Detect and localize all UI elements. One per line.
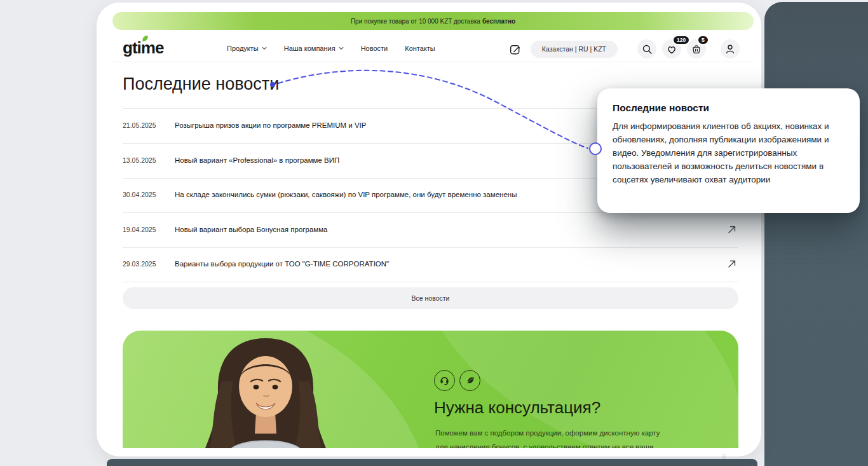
heart-icon [666, 44, 677, 55]
search-button[interactable] [637, 39, 656, 58]
account-button[interactable] [721, 39, 740, 58]
nav-company-label: Наша компания [284, 45, 336, 52]
open-news-icon[interactable] [727, 259, 737, 269]
annotation-title: Последние новости [613, 102, 843, 114]
all-news-button[interactable]: Все новости [123, 287, 738, 309]
consultation-banner: Нужна консультация? Поможем вам с подбор… [123, 331, 738, 448]
news-text: Новый вариант выбора Бонусная программа [175, 226, 727, 233]
drag-handle-icon[interactable]: ⠿ [722, 454, 727, 460]
news-text: Варианты выбора продукции от ТОО "G-TIME… [175, 260, 727, 268]
nav-contacts[interactable]: Контакты [405, 45, 435, 52]
consultation-text: Поможем вам с подбором продукции, оформи… [435, 426, 664, 448]
headset-icon [439, 375, 450, 386]
nav-contacts-label: Контакты [405, 45, 435, 52]
consultant-photo [167, 337, 364, 448]
news-date: 13.05.2025 [123, 156, 175, 164]
cart-count-badge: 5 [697, 35, 709, 45]
consultation-icons [434, 370, 480, 391]
news-date: 29.03.2025 [123, 260, 175, 268]
promo-text-bold: бесплатно [482, 18, 515, 25]
nav-news[interactable]: Новости [361, 45, 388, 52]
main-nav: Продукты Наша компания Новости Контакты [227, 45, 435, 52]
site-page: При покупке товара от 10 000 KZT доставк… [97, 3, 761, 456]
page-title: Последние новости [123, 74, 279, 94]
news-date: 30.04.2025 [123, 191, 175, 198]
edit-button[interactable] [506, 39, 525, 58]
basket-icon [691, 43, 702, 55]
wishlist-button[interactable]: 120 [662, 39, 681, 58]
open-news-icon[interactable] [727, 224, 737, 235]
promo-bar: При покупке товара от 10 000 KZT доставк… [112, 12, 754, 30]
eco-icon-circle [459, 370, 480, 391]
news-date: 19.04.2025 [123, 226, 175, 233]
chevron-down-icon [339, 46, 344, 50]
annotation-body: Для информирования клиентов об акциях, н… [613, 120, 843, 186]
backdrop-dark-strip [107, 459, 757, 466]
header-actions: Казахстан | RU | KZT 120 5 [506, 39, 740, 58]
news-date: 21.05.2025 [123, 121, 175, 129]
news-row[interactable]: 19.04.2025 Новый вариант выбора Бонусная… [123, 217, 738, 242]
annotation-card: Последние новости Для информирования кли… [597, 88, 860, 213]
wishlist-count-badge: 120 [672, 35, 690, 45]
nav-company[interactable]: Наша компания [284, 45, 344, 52]
person-icon [724, 43, 736, 55]
region-selector[interactable]: Казахстан | RU | KZT [531, 41, 618, 58]
promo-text: При покупке товара от 10 000 KZT доставк… [351, 18, 480, 25]
cart-button[interactable]: 5 [687, 39, 706, 58]
nav-products-label: Продукты [227, 45, 259, 52]
row-divider [123, 247, 738, 248]
logo-leaf-icon [140, 36, 149, 43]
leaf-icon [465, 376, 475, 386]
nav-products[interactable]: Продукты [227, 45, 267, 52]
chevron-down-icon [262, 46, 267, 50]
nav-news-label: Новости [361, 45, 388, 52]
header-divider [112, 62, 754, 62]
connector-endpoint-ring [589, 142, 602, 155]
stage: При покупке товара от 10 000 KZT доставк… [0, 0, 868, 466]
edit-icon [509, 43, 521, 55]
consultation-title: Нужна консультация? [434, 398, 600, 418]
search-icon [642, 44, 653, 55]
row-divider [123, 282, 738, 282]
backdrop-dark-panel [764, 2, 868, 466]
news-row[interactable]: 29.03.2025 Варианты выбора продукции от … [123, 251, 738, 277]
support-icon-circle [434, 370, 455, 391]
